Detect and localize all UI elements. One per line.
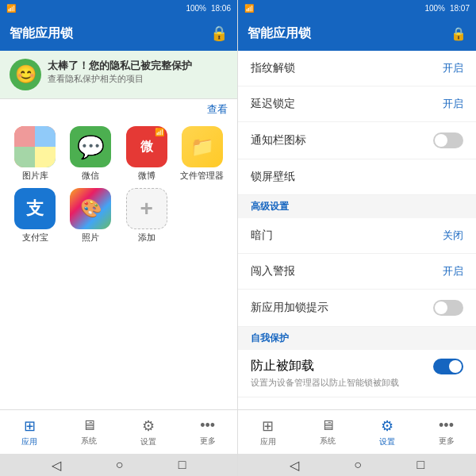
setting-secret-door[interactable]: 暗门 关闭 [238, 218, 476, 254]
right-time: 18:07 [450, 4, 470, 13]
left-nav-apps[interactable]: ⊞ 应用 [0, 410, 60, 454]
back-btn[interactable]: ◁ [52, 458, 61, 473]
intrusion-alert-value: 开启 [443, 264, 463, 278]
delay-lock-label: 延迟锁定 [251, 97, 295, 111]
left-panel: 📶 100% 18:06 智能应用锁 🔒 😊 太棒了！您的隐私已被完整保护 查看… [0, 0, 238, 476]
banner-title: 太棒了！您的隐私已被完整保护 [48, 59, 192, 73]
notification-icon-label: 通知栏图标 [251, 133, 306, 148]
fingerprint-value: 开启 [443, 61, 463, 75]
banner-text: 太棒了！您的隐私已被完整保护 查看隐私保护相关的项目 [48, 59, 192, 85]
system-nav-icon: 🖥 [82, 417, 96, 434]
secret-door-value: 关闭 [443, 228, 463, 243]
setting-delay-lock[interactable]: 延迟锁定 开启 [238, 86, 476, 122]
prevent-uninstall-toggle[interactable] [433, 359, 463, 374]
smiley-icon: 😊 [10, 59, 41, 90]
new-app-lock-toggle[interactable] [433, 300, 463, 316]
setting-new-app-lock[interactable]: 新应用加锁提示 [238, 290, 476, 327]
alipay-icon: 支 [14, 188, 56, 229]
right-home-btn[interactable]: ○ [354, 458, 362, 472]
right-bottom-nav: ⊞ 应用 🖥 系统 ⚙ 设置 ••• 更多 [238, 409, 476, 454]
right-signal: 📶 [244, 4, 254, 13]
left-header: 智能应用锁 🔒 [0, 16, 237, 51]
add-label: 添加 [138, 232, 155, 244]
recents-btn[interactable]: □ [178, 458, 186, 472]
secret-door-label: 暗门 [251, 228, 273, 243]
notification-icon-toggle[interactable] [433, 132, 463, 148]
system-nav-label: 系统 [81, 436, 97, 447]
photos-label: 照片 [82, 232, 99, 244]
gallery-label: 图片库 [22, 170, 48, 182]
app-empty [177, 188, 228, 244]
app-alipay[interactable]: 支 支付宝 [10, 188, 60, 244]
setting-lock-wallpaper[interactable]: 锁屏壁纸 [238, 159, 476, 195]
new-app-lock-label: 新应用加锁提示 [251, 301, 328, 315]
gallery-icon [14, 126, 56, 167]
home-btn[interactable]: ○ [116, 458, 124, 472]
more-nav-label: 更多 [200, 436, 216, 447]
right-status-left: 📶 [244, 4, 254, 13]
right-panel: 📶 100% 18:07 智能应用锁 🔒 指纹解锁 开启 延迟锁定 开启 通知栏… [238, 0, 476, 476]
apps-nav-label: 应用 [21, 436, 37, 447]
right-recents-btn[interactable]: □ [417, 458, 425, 472]
left-nav-settings[interactable]: ⚙ 设置 [119, 410, 178, 454]
left-title: 智能应用锁 [10, 25, 73, 42]
app-add[interactable]: + 添加 [121, 188, 172, 244]
app-photos[interactable]: 🎨 照片 [65, 188, 116, 244]
left-nav-more[interactable]: ••• 更多 [178, 410, 237, 454]
app-files[interactable]: 📁 文件管理器 [177, 126, 228, 182]
right-system-nav-label: 系统 [320, 436, 336, 447]
settings-nav-label: 设置 [140, 436, 156, 447]
right-nav-apps[interactable]: ⊞ 应用 [238, 410, 298, 454]
right-phone-bar: ◁ ○ □ [238, 454, 476, 476]
apps-nav-icon: ⊞ [24, 417, 36, 435]
right-title: 智能应用锁 [248, 25, 311, 42]
left-signal: 📶 [6, 4, 16, 13]
prevent-uninstall-label: 防止被卸载 [251, 358, 314, 374]
banner-subtitle: 查看隐私保护相关的项目 [48, 73, 192, 85]
left-battery: 100% [186, 4, 206, 13]
right-back-btn[interactable]: ◁ [290, 458, 299, 473]
right-apps-nav-label: 应用 [260, 436, 276, 447]
alipay-label: 支付宝 [22, 232, 48, 244]
apps-grid-row2: 支 支付宝 🎨 照片 + 添加 [0, 188, 237, 250]
prevent-uninstall-row: 防止被卸载 [251, 358, 463, 374]
right-nav-system[interactable]: 🖥 系统 [298, 410, 357, 454]
lock-wallpaper-label: 锁屏壁纸 [251, 170, 295, 184]
right-settings-nav-label: 设置 [379, 436, 395, 447]
setting-fingerprint[interactable]: 指纹解锁 开启 [238, 51, 476, 86]
right-lock-icon: 🔒 [451, 26, 466, 41]
settings-list: 指纹解锁 开启 延迟锁定 开启 通知栏图标 锁屏壁纸 高级设置 暗门 关闭 闯入… [238, 51, 476, 409]
setting-prevent-uninstall[interactable]: 防止被卸载 设置为设备管理器以防止智能锁被卸载 [238, 350, 476, 397]
app-weibo[interactable]: 微 📶 微博 [121, 126, 172, 182]
left-status-right: 100% 18:06 [186, 4, 231, 13]
left-phone-bar: ◁ ○ □ [0, 454, 237, 476]
banner: 😊 太棒了！您的隐私已被完整保护 查看隐私保护相关的项目 [0, 51, 237, 99]
right-battery: 100% [424, 4, 445, 13]
right-header: 智能应用锁 🔒 [238, 16, 476, 51]
right-status-bar: 📶 100% 18:07 [238, 0, 476, 16]
self-protection-header: 自我保护 [238, 327, 476, 350]
view-link[interactable]: 查看 [0, 99, 237, 120]
right-more-nav-icon: ••• [439, 417, 454, 434]
left-nav-system[interactable]: 🖥 系统 [60, 410, 119, 454]
right-settings-nav-icon: ⚙ [381, 417, 393, 435]
more-nav-icon: ••• [200, 417, 215, 434]
right-more-nav-label: 更多 [439, 436, 455, 447]
left-status-left: 📶 [6, 4, 16, 13]
photos-icon: 🎨 [70, 188, 111, 229]
left-time: 18:06 [211, 4, 231, 13]
right-apps-nav-icon: ⊞ [262, 417, 274, 435]
app-wechat[interactable]: 💬 微信 [65, 126, 116, 182]
wechat-icon: 💬 [70, 126, 111, 167]
intrusion-alert-label: 闯入警报 [251, 264, 295, 278]
setting-notification-icon[interactable]: 通知栏图标 [238, 122, 476, 159]
delay-lock-value: 开启 [443, 97, 463, 111]
left-status-bar: 📶 100% 18:06 [0, 0, 237, 16]
setting-intrusion-alert[interactable]: 闯入警报 开启 [238, 254, 476, 290]
right-nav-settings[interactable]: ⚙ 设置 [357, 410, 416, 454]
right-nav-more[interactable]: ••• 更多 [416, 410, 476, 454]
advanced-section-header: 高级设置 [238, 195, 476, 218]
add-icon: + [126, 188, 167, 229]
app-gallery[interactable]: 图片库 [10, 126, 60, 182]
files-icon: 📁 [182, 126, 223, 167]
